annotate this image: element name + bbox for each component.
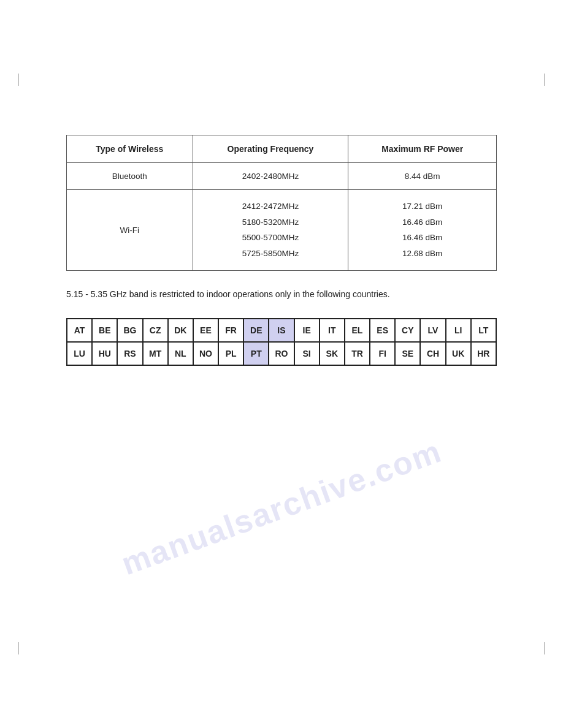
country-cell-LT: LT [471,319,496,342]
country-cell-SE: SE [395,342,420,365]
wifi-power-1: 17.21 dBm [402,202,442,211]
wifi-frequencies: 2412-2472MHz 5180-5320MHz 5500-5700MHz 5… [193,190,348,271]
col-header-type: Type of Wireless [67,135,193,163]
country-cell-LI: LI [446,319,471,342]
table-row-wifi: Wi-Fi 2412-2472MHz 5180-5320MHz 5500-570… [67,190,497,271]
country-cell-RS: RS [117,342,142,365]
wifi-freq-1: 2412-2472MHz [242,202,299,211]
country-cell-TR: TR [345,342,370,365]
country-cell-NL: NL [168,342,193,365]
country-cell-EL: EL [345,319,370,342]
country-cell-MT: MT [143,342,168,365]
country-cell-PL: PL [218,342,243,365]
country-cell-CY: CY [395,319,420,342]
country-cell-AT: AT [67,319,92,342]
country-cell-DK: DK [168,319,193,342]
country-cell-UK: UK [446,342,471,365]
wifi-power-2: 16.46 dBm [402,218,442,227]
col-header-power: Maximum RF Power [348,135,497,163]
country-cell-SI: SI [294,342,320,365]
bluetooth-power: 8.44 dBm [348,163,497,190]
country-cell-BE: BE [92,319,117,342]
col-header-frequency: Operating Frequency [193,135,348,163]
country-cell-EE: EE [193,319,218,342]
bluetooth-type: Bluetooth [67,163,193,190]
country-cell-FR: FR [218,319,243,342]
wifi-freq-4: 5725-5850MHz [242,249,299,258]
content-area: Type of Wireless Operating Frequency Max… [66,135,497,366]
country-cell-BG: BG [117,319,142,342]
country-cell-CH: CH [420,342,445,365]
country-row-2: LUHURSMTNLNOPLPTROSISKTRFISECHUKHR [67,342,496,365]
country-cell-NO: NO [193,342,218,365]
country-cell-HR: HR [471,342,496,365]
page-mark-top-right [544,74,545,86]
country-table: ATBEBGCZDKEEFRDEISIEITELESCYLVLILT LUHUR… [66,318,497,366]
country-cell-FI: FI [370,342,395,365]
country-cell-SK: SK [320,342,345,365]
page-mark-bottom-right [544,642,545,654]
country-cell-LU: LU [67,342,92,365]
wifi-freq-3: 5500-5700MHz [242,233,299,242]
country-cell-ES: ES [370,319,395,342]
wireless-table: Type of Wireless Operating Frequency Max… [66,135,497,271]
country-cell-CZ: CZ [143,319,168,342]
wifi-power-4: 12.68 dBm [402,249,442,258]
wifi-freq-2: 5180-5320MHz [242,218,299,227]
watermark: manualsarchive.com [117,433,446,583]
wifi-type: Wi-Fi [67,190,193,271]
country-cell-IS: IS [269,319,294,342]
country-cell-IE: IE [294,319,320,342]
country-cell-DE: DE [243,319,269,342]
bluetooth-frequency: 2402-2480MHz [193,163,348,190]
country-row-1: ATBEBGCZDKEEFRDEISIEITELESCYLVLILT [67,319,496,342]
wifi-power-3: 16.46 dBm [402,233,442,242]
country-cell-IT: IT [320,319,345,342]
table-header-row: Type of Wireless Operating Frequency Max… [67,135,497,163]
country-cell-PT: PT [243,342,269,365]
country-cell-LV: LV [420,319,445,342]
page-mark-bottom-left [18,642,19,654]
country-cell-HU: HU [92,342,117,365]
notice-text: 5.15 - 5.35 GHz band is restricted to in… [66,288,497,301]
country-cell-RO: RO [269,342,294,365]
wifi-powers: 17.21 dBm 16.46 dBm 16.46 dBm 12.68 dBm [348,190,497,271]
table-row-bluetooth: Bluetooth 2402-2480MHz 8.44 dBm [67,163,497,190]
page-mark-top-left [18,74,19,86]
